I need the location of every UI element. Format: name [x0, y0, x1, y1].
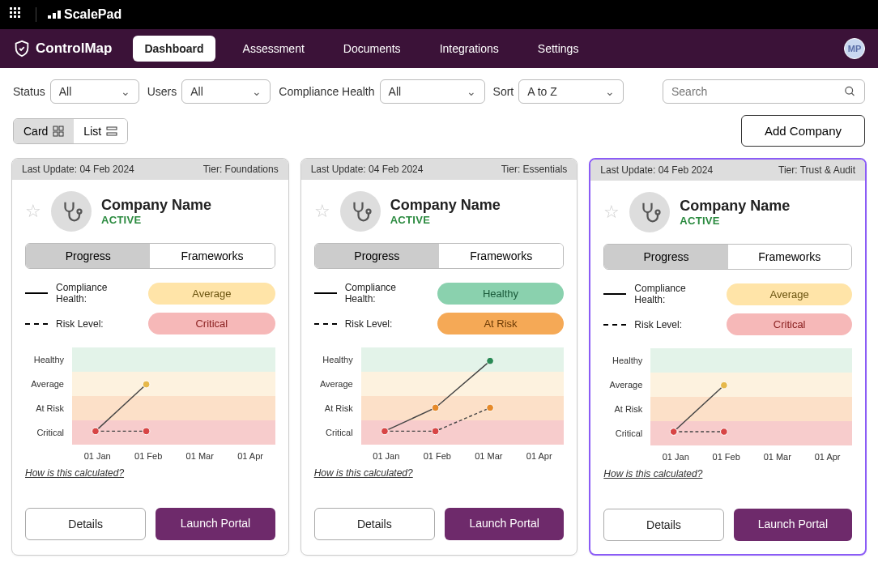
company-status: ACTIVE: [680, 215, 790, 227]
compliance-label: Compliance Health:: [56, 282, 140, 305]
x-label: 01 Feb: [424, 451, 451, 461]
nav-settings[interactable]: Settings: [526, 36, 590, 62]
tab-progress[interactable]: Progress: [26, 244, 150, 268]
tier-label: Tier: Essentials: [501, 164, 568, 175]
apps-grid-icon[interactable]: [10, 7, 24, 22]
nav-documents[interactable]: Documents: [332, 36, 412, 62]
solid-line-icon: [25, 292, 48, 294]
risk-pill: Critical: [148, 313, 275, 334]
tab-frameworks[interactable]: Frameworks: [728, 245, 851, 269]
card-view-btn[interactable]: Card: [14, 119, 74, 143]
search-icon: [844, 85, 856, 98]
search-box[interactable]: [663, 79, 865, 104]
calculation-link[interactable]: How is this calculated?: [603, 468, 852, 479]
y-label: Average: [603, 373, 647, 397]
dashed-line-icon: [314, 323, 337, 325]
company-icon: [340, 191, 381, 232]
solid-line-icon: [314, 292, 337, 294]
details-button[interactable]: Details: [603, 509, 723, 541]
risk-pill: At Risk: [437, 313, 565, 334]
launch-portal-button[interactable]: Launch Portal: [734, 509, 852, 541]
users-select[interactable]: All⌄: [181, 79, 271, 104]
svg-point-10: [143, 381, 150, 388]
favorite-star-icon[interactable]: ☆: [314, 201, 330, 222]
calculation-link[interactable]: How is this calculated?: [314, 467, 565, 479]
last-update: Last Update: 04 Feb 2024: [600, 164, 713, 176]
product-name: ControlMap: [36, 40, 112, 57]
svg-point-8: [78, 210, 82, 214]
tier-label: Tier: Foundations: [203, 164, 279, 175]
nav-integrations[interactable]: Integrations: [428, 36, 510, 62]
svg-point-18: [432, 428, 439, 435]
chevron-down-icon: ⌄: [605, 85, 615, 98]
avatar[interactable]: MP: [844, 38, 865, 59]
divider: [36, 7, 36, 22]
trend-chart: HealthyAverageAt RiskCritical 01 Jan01 F…: [25, 347, 275, 461]
svg-point-12: [143, 428, 150, 435]
y-label: At Risk: [314, 396, 358, 420]
y-label: Healthy: [314, 347, 358, 372]
svg-rect-5: [59, 132, 63, 136]
svg-point-17: [381, 428, 388, 435]
details-button[interactable]: Details: [25, 508, 146, 540]
last-update: Last Update: 04 Feb 2024: [311, 164, 424, 175]
card-header: Last Update: 04 Feb 2024 Tier: Trust & A…: [590, 160, 865, 181]
tier-label: Tier: Trust & Audit: [778, 164, 855, 176]
company-status: ACTIVE: [390, 214, 501, 226]
company-card: Last Update: 04 Feb 2024 Tier: Trust & A…: [589, 158, 867, 556]
x-label: 01 Mar: [186, 451, 214, 461]
svg-point-13: [366, 210, 370, 214]
nav-bar: ControlMap Dashboard Assessment Document…: [0, 29, 878, 68]
tab-progress[interactable]: Progress: [315, 244, 439, 268]
compliance-pill: Healthy: [437, 283, 565, 305]
sort-label: Sort: [493, 85, 514, 98]
launch-portal-button[interactable]: Launch Portal: [156, 508, 275, 540]
chevron-down-icon: ⌄: [467, 85, 476, 98]
status-label: Status: [13, 85, 45, 98]
svg-point-16: [486, 357, 493, 364]
y-label: Average: [314, 372, 358, 396]
company-name: Company Name: [680, 198, 790, 215]
svg-rect-2: [53, 126, 58, 130]
company-icon: [629, 192, 670, 232]
list-view-btn[interactable]: List: [74, 119, 127, 143]
trend-chart: HealthyAverageAt RiskCritical 01 Jan01 F…: [314, 347, 565, 461]
shield-icon: [13, 39, 31, 58]
svg-point-0: [846, 87, 853, 94]
risk-label: Risk Level:: [56, 318, 140, 330]
favorite-star-icon[interactable]: ☆: [25, 201, 41, 222]
details-button[interactable]: Details: [314, 508, 435, 540]
company-name: Company Name: [390, 197, 501, 214]
nav-assessment[interactable]: Assessment: [232, 36, 316, 62]
svg-point-22: [721, 381, 728, 389]
stethoscope-icon: [637, 200, 662, 224]
tab-progress[interactable]: Progress: [604, 245, 727, 269]
tab-frameworks[interactable]: Frameworks: [150, 244, 274, 268]
favorite-star-icon[interactable]: ☆: [603, 202, 620, 223]
search-input[interactable]: [671, 85, 844, 98]
compliance-label: Compliance Health: [279, 85, 374, 98]
trend-chart: HealthyAverageAt RiskCritical 01 Jan01 F…: [603, 348, 852, 462]
add-company-button[interactable]: Add Company: [741, 115, 865, 147]
calculation-link[interactable]: How is this calculated?: [25, 467, 275, 479]
compliance-select[interactable]: All⌄: [380, 79, 485, 104]
card-grid: Last Update: 04 Feb 2024 Tier: Foundatio…: [0, 158, 878, 556]
svg-point-23: [671, 428, 678, 436]
x-label: 01 Mar: [764, 452, 791, 462]
sort-select[interactable]: A to Z⌄: [518, 79, 624, 104]
stethoscope-icon: [59, 199, 83, 224]
x-label: 01 Jan: [84, 451, 111, 461]
company-name: Company Name: [101, 197, 211, 214]
launch-portal-button[interactable]: Launch Portal: [445, 508, 564, 540]
top-bar: ScalePad: [0, 0, 878, 29]
x-label: 01 Apr: [526, 451, 552, 461]
tab-frameworks[interactable]: Frameworks: [439, 244, 563, 268]
compliance-label: Compliance Health:: [634, 283, 718, 305]
brand-bars-icon: [48, 11, 61, 19]
risk-pill: Critical: [727, 313, 852, 335]
nav-dashboard[interactable]: Dashboard: [133, 36, 215, 62]
card-tabs: Progress Frameworks: [603, 244, 852, 270]
svg-rect-4: [53, 132, 58, 136]
status-select[interactable]: All⌄: [50, 79, 139, 104]
chevron-down-icon: ⌄: [121, 85, 130, 98]
